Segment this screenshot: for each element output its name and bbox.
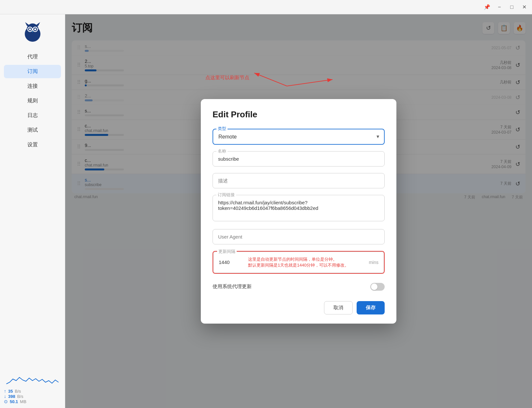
type-select[interactable]: Remote Local Manual (213, 129, 385, 145)
svg-point-7 (29, 28, 31, 30)
sidebar-item-test[interactable]: 测试 (4, 124, 61, 137)
upload-unit: B/s (15, 389, 21, 394)
download-value: 398 (8, 394, 15, 399)
pin-button[interactable]: 📌 (483, 3, 491, 11)
disk-value: 50.1 (10, 399, 18, 404)
interval-unit: mins (369, 260, 378, 265)
svg-line-11 (287, 80, 332, 86)
minimize-button[interactable]: − (495, 3, 503, 11)
refresh-annotation: 点这里可以刷新节点 (205, 75, 249, 81)
modal-footer: 取消 保存 (213, 301, 385, 314)
toggle-thumb (371, 284, 377, 290)
proxy-toggle-switch[interactable] (370, 283, 385, 291)
disk-unit: MB (20, 399, 26, 404)
interval-label: 更新间隔 (217, 249, 237, 255)
sidebar-item-rules[interactable]: 规则 (4, 94, 61, 108)
network-wave-chart (4, 374, 61, 387)
proxy-toggle-row: 使用系统代理更新 (213, 280, 385, 293)
upload-stat: ↑ 35 B/s (4, 388, 61, 394)
cancel-button[interactable]: 取消 (324, 301, 353, 314)
type-label: 类型 (216, 126, 228, 132)
interval-field: 更新间隔 这里是自动更新节点的时间间隔，单位是分钟。 默认更新间隔是1天也就是1… (213, 251, 385, 274)
download-stat: ↓ 398 B/s (4, 394, 61, 399)
name-field: 名称 (213, 151, 385, 167)
desc-input[interactable] (213, 173, 385, 188)
download-unit: B/s (17, 394, 23, 399)
url-label: 订阅链接 (216, 192, 236, 198)
sidebar-item-subscribe[interactable]: 订阅 (4, 65, 61, 78)
svg-line-12 (254, 73, 287, 86)
name-input[interactable] (213, 151, 385, 167)
close-button[interactable]: ✕ (520, 3, 528, 11)
upload-value: 35 (8, 389, 13, 394)
upload-arrow: ↑ (4, 388, 6, 394)
type-field: 类型 Remote Local Manual ▼ (213, 129, 385, 145)
url-field: 订阅链接 https://chat.rmail.fun/jay/client/s… (213, 195, 385, 223)
svg-point-8 (34, 28, 36, 30)
interval-annotation: 这里是自动更新节点的时间间隔，单位是分钟。 默认更新间隔是1天也就是1440分钟… (248, 256, 365, 268)
download-arrow: ↓ (4, 394, 6, 399)
interval-input[interactable] (219, 259, 245, 265)
proxy-label: 使用系统代理更新 (213, 284, 252, 290)
useragent-input[interactable] (213, 229, 385, 244)
title-bar: 📌 − □ ✕ (0, 0, 532, 14)
desc-field (213, 173, 385, 188)
useragent-field (213, 229, 385, 244)
sidebar-item-settings[interactable]: 设置 (4, 138, 61, 152)
svg-point-9 (32, 31, 33, 32)
type-select-wrap: Remote Local Manual ▼ (213, 129, 385, 145)
sidebar-stats: ↑ 35 B/s ↓ 398 B/s ⊙ 50.1 MB (0, 370, 65, 408)
save-button[interactable]: 保存 (357, 301, 385, 314)
edit-profile-modal: Edit Profile 类型 Remote Local Manual ▼ (201, 99, 396, 324)
name-label: 名称 (216, 148, 228, 154)
app-container: 代理 订阅 连接 规则 日志 测试 设置 (0, 14, 532, 408)
modal-overlay: 点这里可以刷新节点 Edit Profile 类型 Remote Local M… (65, 14, 532, 408)
disk-stat: ⊙ 50.1 MB (4, 399, 61, 404)
url-input[interactable]: https://chat.rmail.fun/jay/client/subscr… (213, 195, 385, 221)
sidebar-item-connect[interactable]: 连接 (4, 80, 61, 93)
disk-icon: ⊙ (4, 399, 8, 404)
sidebar-item-logs[interactable]: 日志 (4, 109, 61, 122)
svg-marker-2 (25, 22, 30, 26)
svg-marker-3 (36, 22, 40, 26)
app-logo (21, 21, 44, 44)
main-content: 订阅 ↺ 📋 🔥 ⠿ s... 2021-05-07 ↺ (65, 14, 532, 408)
sidebar: 代理 订阅 连接 规则 日志 测试 设置 (0, 14, 65, 408)
sidebar-nav: 代理 订阅 连接 规则 日志 测试 设置 (0, 50, 65, 152)
modal-title: Edit Profile (213, 109, 385, 120)
maximize-button[interactable]: □ (508, 3, 516, 11)
sidebar-item-proxy[interactable]: 代理 (4, 50, 61, 64)
